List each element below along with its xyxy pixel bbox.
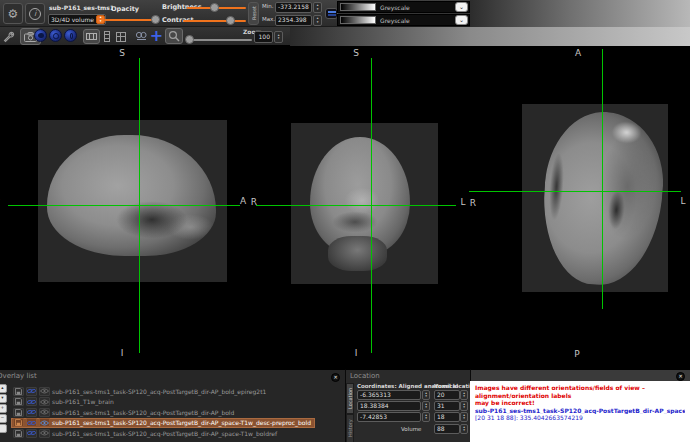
info-icon: i: [29, 8, 41, 20]
link-icon[interactable]: [26, 397, 37, 406]
max-spinner[interactable]: ▴ ▾: [313, 15, 322, 26]
overlay-add-button[interactable]: +: [0, 404, 7, 413]
coronal-canvas-toggle[interactable]: [49, 29, 62, 42]
overlay-up-button[interactable]: ▴: [0, 384, 7, 393]
zoom-slider-handle[interactable]: [185, 35, 194, 44]
zoom-spinner[interactable]: ▴ ▾: [274, 31, 283, 43]
sagittal-brain-slice: [47, 135, 215, 257]
coronal-brain-icon: [53, 33, 59, 39]
voxel-z-field[interactable]: 18: [434, 412, 460, 422]
reset-brightness-button[interactable]: Reset: [248, 2, 259, 25]
colormap-1-value: Greyscale: [380, 4, 455, 11]
reset-crosshair-button[interactable]: +: [149, 27, 164, 44]
min-value-field[interactable]: -373.2158: [275, 2, 312, 13]
spin-down-icon: ▾: [100, 20, 102, 23]
voxel-z-spinner[interactable]: ▴▾: [460, 412, 468, 422]
movie-mode-button[interactable]: [133, 29, 148, 44]
warning-panel-content: Images have different orientations/field…: [470, 381, 690, 442]
overlay-list-item[interactable]: sub-P161_ses-tms1_task-SP120_acq-PostTar…: [11, 407, 238, 418]
colormap-dropdown-2[interactable]: Greyscale ⌄: [337, 14, 470, 26]
brightness-slider-handle[interactable]: [210, 3, 219, 12]
colormap-dropdown-1[interactable]: Greyscale ⌄: [337, 1, 470, 13]
voxel-y-field[interactable]: 31: [434, 401, 460, 411]
min-spinner[interactable]: ▴ ▾: [313, 2, 322, 13]
zoom-slider-track[interactable]: [188, 39, 252, 41]
zoom-magnifier-button[interactable]: [165, 28, 183, 44]
close-icon[interactable]: ✕: [331, 373, 340, 382]
spin-down-icon: ▾: [425, 395, 427, 398]
eye-icon[interactable]: [39, 387, 50, 396]
overlay-list-item[interactable]: sub-P161_ses-tms1_task-SP120_acq-PostTar…: [11, 386, 270, 397]
eye-icon[interactable]: [39, 408, 50, 417]
colormap-2-value: Greyscale: [380, 17, 455, 24]
volume-spinner[interactable]: ▴▾: [460, 424, 468, 434]
voxel-x-field[interactable]: 20: [434, 390, 460, 400]
overlay-list-title: Overlay list: [0, 372, 37, 380]
spin-down-icon: ▾: [463, 417, 465, 420]
contrast-slider-handle[interactable]: [226, 16, 235, 25]
volume-field[interactable]: 88: [434, 424, 460, 434]
voxel-x-spinner[interactable]: ▴▾: [460, 390, 468, 400]
view-settings-wrench-button[interactable]: [1, 29, 17, 44]
axial-right-label: R: [470, 198, 476, 208]
opacity-slider-handle[interactable]: [151, 15, 160, 24]
overlay-list-item[interactable]: sub-P161_ses-tms1_task-SP120_acq-PostTar…: [11, 428, 281, 439]
save-icon[interactable]: [13, 397, 24, 406]
greyscale-gradient-swatch: [340, 3, 376, 11]
contrast-slider-track[interactable]: [183, 20, 246, 22]
sagittal-canvas-toggle[interactable]: [34, 29, 47, 42]
save-icon[interactable]: [13, 429, 24, 438]
axial-crosshair-vertical: [602, 49, 603, 309]
link-icon[interactable]: [26, 408, 37, 417]
axial-canvas-toggle[interactable]: [64, 29, 77, 42]
coronal-canvas[interactable]: [291, 123, 438, 284]
overlay-info-button[interactable]: i: [25, 3, 45, 24]
axial-anterior-label: A: [575, 48, 581, 58]
chevron-down-icon[interactable]: ⌄: [455, 2, 468, 12]
link-icon[interactable]: [26, 429, 37, 438]
overlay-list-item[interactable]: sub-P161_T1w_brain: [11, 397, 118, 408]
world-z-field[interactable]: -7.42853: [357, 412, 421, 422]
overlay-list-panel: Overlay list ✕ ▴ ▾ + − sub-P161_ses-tms1…: [0, 369, 345, 442]
eye-icon[interactable]: [39, 429, 50, 438]
spin-down-icon: ▾: [425, 417, 427, 420]
chevron-down-icon[interactable]: ⌄: [455, 15, 468, 25]
warning-overlay-file: sub-P161_ses-tms1_task-SP120_acq-PostTar…: [475, 407, 685, 415]
overlay-export-button[interactable]: [0, 424, 7, 433]
axial-canvas[interactable]: [522, 104, 668, 292]
eye-icon[interactable]: [39, 418, 50, 427]
tab-history[interactable]: History: [346, 414, 354, 442]
layout-vertical-button[interactable]: [101, 29, 113, 44]
spin-down-icon: ▾: [317, 21, 319, 24]
spin-down-icon: ▾: [463, 395, 465, 398]
world-y-spinner[interactable]: ▴▾: [422, 401, 430, 411]
zoom-value-field[interactable]: 100: [254, 31, 273, 43]
link-icon[interactable]: [26, 418, 37, 427]
overlay-down-button[interactable]: ▾: [0, 394, 7, 403]
sagittal-canvas[interactable]: [38, 120, 227, 282]
world-x-field[interactable]: -6.365313: [357, 390, 421, 400]
tab-location[interactable]: Location: [346, 383, 354, 414]
close-icon[interactable]: ✕: [676, 372, 685, 381]
layout-grid-button[interactable]: [113, 29, 129, 44]
world-x-spinner[interactable]: ▴▾: [422, 390, 430, 400]
toolbar2-background-gradient: [290, 27, 690, 46]
axial-posterior-label: P: [574, 349, 579, 359]
overlay-settings-gear-button[interactable]: ⚙: [3, 3, 23, 24]
overlay-list-item-selected[interactable]: sub-P161_ses-tms1_task-SP120_acq-PostTar…: [11, 418, 315, 429]
voxel-y-spinner[interactable]: ▴▾: [460, 401, 468, 411]
save-icon[interactable]: [13, 408, 24, 417]
coronal-brain-slice-lower: [328, 236, 387, 271]
max-value-field[interactable]: 2354.398: [275, 15, 312, 26]
opacity-slider-track[interactable]: [104, 19, 158, 21]
save-icon[interactable]: [13, 387, 24, 396]
save-icon[interactable]: [13, 418, 24, 427]
warning-text-line1: Images have different orientations/field…: [475, 384, 685, 399]
link-icon[interactable]: [26, 387, 37, 396]
world-z-spinner[interactable]: ▴▾: [422, 412, 430, 422]
axial-crosshair-horizontal: [469, 191, 681, 192]
layout-horizontal-button[interactable]: [83, 29, 100, 44]
overlay-remove-button[interactable]: −: [0, 414, 7, 423]
world-y-field[interactable]: 18.38384: [357, 401, 421, 411]
eye-icon[interactable]: [39, 397, 50, 406]
